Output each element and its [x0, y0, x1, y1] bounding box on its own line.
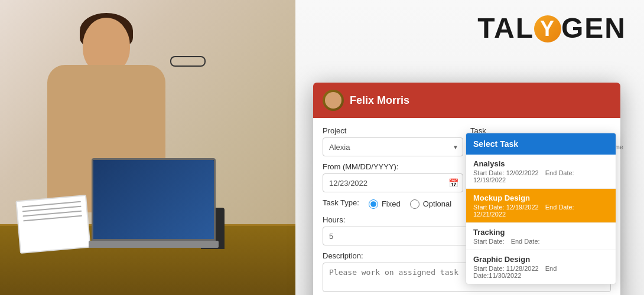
radio-fixed[interactable]	[369, 199, 378, 209]
logo-gen: GEN	[561, 12, 626, 44]
task-item-name-mockup: Mockup Design	[473, 194, 609, 202]
talygen-logo: TALYGEN	[477, 12, 626, 45]
mockup-start: Start Date: 12/19/2022	[473, 204, 539, 211]
logo-y-circle: Y	[534, 15, 561, 42]
task-item-dates-graphic: Start Date: 11/28/2022 End Date:11/30/20…	[473, 265, 609, 279]
user-avatar	[323, 90, 344, 111]
radio-optional-group: Optional	[410, 199, 451, 209]
task-item-dates-analysis: Start Date: 12/02/2022 End Date: 12/19/2…	[473, 169, 609, 183]
task-type-label: Task Type:	[323, 198, 359, 207]
project-group: Project Alexia	[323, 126, 463, 156]
person-glasses	[170, 56, 206, 67]
from-date-wrapper: 📅	[323, 173, 463, 192]
background-photo	[0, 0, 319, 295]
logo-tal: TAL	[477, 12, 534, 44]
from-date-calendar-icon[interactable]: 📅	[448, 178, 458, 188]
from-date-label: From (MM/DD/YYYY):	[323, 162, 463, 171]
tracking-start: Start Date:	[473, 238, 505, 245]
radio-optional[interactable]	[410, 199, 419, 209]
from-date-input[interactable]	[323, 173, 463, 192]
from-date-group: From (MM/DD/YYYY): 📅	[323, 162, 463, 192]
laptop-screen	[92, 158, 216, 241]
task-item-name-tracking: Tracking	[473, 228, 609, 237]
task-item-mockup[interactable]: Mockup Design Start Date: 12/19/2022 End…	[466, 189, 616, 223]
radio-fixed-group: Fixed	[369, 199, 401, 209]
project-select[interactable]: Alexia	[323, 137, 463, 156]
task-item-graphic[interactable]: Graphic Design Start Date: 11/28/2022 En…	[466, 250, 616, 284]
task-item-name-analysis: Analysis	[473, 159, 609, 168]
avatar-face	[325, 92, 341, 109]
task-item-dates-mockup: Start Date: 12/19/2022 End Date: 12/21/2…	[473, 204, 609, 218]
tracking-end: End Date:	[511, 238, 540, 245]
modal-user-name: Felix Morris	[350, 94, 409, 107]
project-select-wrapper: Alexia	[323, 137, 463, 156]
task-dropdown-header: Select Task	[466, 133, 616, 155]
task-item-tracking[interactable]: Tracking Start Date: End Date:	[466, 223, 616, 250]
modal-header: Felix Morris	[313, 83, 620, 118]
radio-optional-label: Optional	[423, 199, 451, 208]
task-item-analysis[interactable]: Analysis Start Date: 12/02/2022 End Date…	[466, 155, 616, 189]
task-dropdown: Select Task Analysis Start Date: 12/02/2…	[466, 133, 616, 284]
analysis-start: Start Date: 12/02/2022	[473, 169, 539, 176]
project-label: Project	[323, 126, 463, 135]
laptop-screen-inner	[93, 160, 214, 239]
task-item-name-graphic: Graphic Design	[473, 255, 609, 264]
modal-dialog: Felix Morris Project Alexia Task Mockup …	[313, 83, 620, 295]
radio-fixed-label: Fixed	[382, 199, 401, 208]
notebook	[15, 195, 90, 254]
graphic-start: Start Date: 11/28/2022	[473, 265, 539, 272]
task-item-dates-tracking: Start Date: End Date:	[473, 238, 609, 245]
laptop-base	[89, 241, 219, 248]
